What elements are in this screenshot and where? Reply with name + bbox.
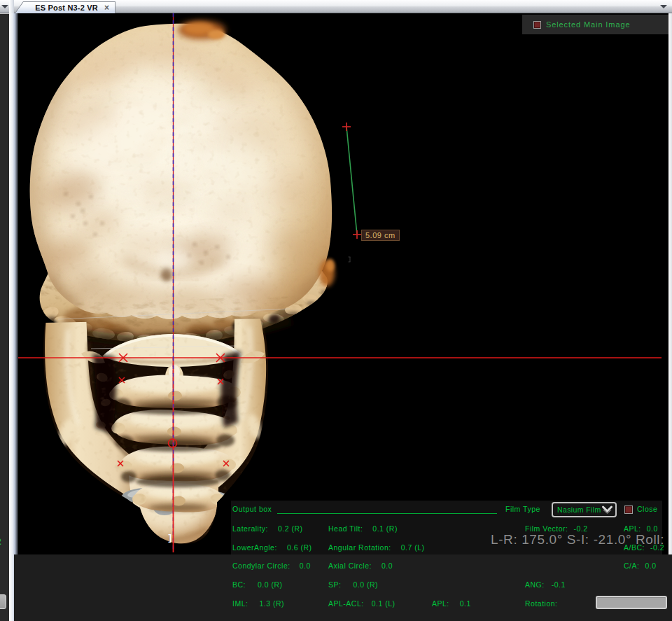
field-condylar-circle: Condylar Circle:0.0 xyxy=(232,561,311,570)
rotation-input[interactable] xyxy=(596,596,667,609)
field-apl-acl-value: 0.1 (L) xyxy=(372,599,396,608)
field-iml-value: 1.3 (R) xyxy=(259,599,284,608)
field-laterality: Laterality:0.2 (R) xyxy=(232,524,303,533)
close-label: Close xyxy=(637,505,657,513)
selected-main-image-checkbox[interactable] xyxy=(533,21,541,29)
field-axial-circle: Axial Circle:0.0 xyxy=(328,561,393,570)
field-angular-rotation: Angular Rotation:0.7 (L) xyxy=(328,543,425,552)
sidebar-mini-button[interactable] xyxy=(0,594,6,609)
app-window: { "tab_bar": { "tab_label": "ES Post N3-… xyxy=(0,0,672,621)
selected-main-image-label: Selected Main Image xyxy=(546,20,630,29)
tab-label: ES Post N3-2 VR xyxy=(35,4,98,12)
tab-close-icon[interactable]: × xyxy=(104,3,109,13)
tab-list-dropdown-icon[interactable] xyxy=(660,5,667,8)
field-ang-value: -0.1 xyxy=(552,580,566,589)
field-axial-circle-value: 0.0 xyxy=(382,561,393,570)
orientation-overlay-text: L-R: 175.0° S-I: -21.0° Roll: xyxy=(491,532,672,547)
field-bc-label: BC: xyxy=(232,580,246,589)
field-laterality-label: Laterality: xyxy=(232,524,268,533)
close-checkbox[interactable] xyxy=(624,505,633,514)
field-apl-acl-label: APL-ACL: xyxy=(328,599,364,608)
field-angular-rotation-label: Angular Rotation: xyxy=(328,543,391,552)
output-box-underline xyxy=(277,513,497,514)
tab-scroll-left-icon[interactable] xyxy=(1,5,8,8)
field-iml: IML:1.3 (R) xyxy=(232,599,284,608)
field-c-a-label: C/A: xyxy=(624,561,639,570)
field-c-a-value: 0.0 xyxy=(645,561,656,570)
output-box-title: Output box xyxy=(232,505,272,513)
field-bc: BC:0.0 (R) xyxy=(232,580,283,589)
film-type-label: Film Type xyxy=(505,505,540,513)
field-sp: SP:0.0 (R) xyxy=(328,580,378,589)
tabstrip-divider xyxy=(9,0,14,13)
field-sp-value: 0.0 (R) xyxy=(353,580,378,589)
field-apl-bottom-label: APL: xyxy=(432,599,449,608)
tab-es-post-n3-2-vr[interactable]: ES Post N3-2 VR × xyxy=(15,1,115,13)
field-c-a: C/A:0.0 xyxy=(624,561,657,570)
selected-main-image-bar: Selected Main Image xyxy=(522,15,668,34)
sidebar-clipped-text: 2 xyxy=(0,537,3,547)
field-apl-acl: APL-ACL:0.1 (L) xyxy=(328,599,396,608)
film-type-select[interactable]: Nasium Film xyxy=(552,502,617,517)
field-bc-value: 0.0 (R) xyxy=(258,580,283,589)
field-ang: ANG:-0.1 xyxy=(525,580,566,589)
field-head-tilt-value: 0.1 (R) xyxy=(372,524,398,533)
tab-inner: ES Post N3-2 VR × xyxy=(15,2,115,13)
field-lower-angle-value: 0.6 (R) xyxy=(287,543,312,552)
field-ang-label: ANG: xyxy=(525,580,545,589)
window-right-border xyxy=(668,13,672,554)
field-iml-label: IML: xyxy=(232,599,248,608)
cursor-bracket-mark: ] xyxy=(167,533,173,543)
field-condylar-circle-label: Condylar Circle: xyxy=(232,561,290,570)
render-viewport[interactable]: Selected Main Image 5.09 cm ] xyxy=(18,13,668,554)
film-type-value: Nasium Film xyxy=(557,505,601,514)
tab-bar: ES Post N3-2 VR × xyxy=(0,0,672,13)
left-sidebar-panel: 2 xyxy=(0,13,9,621)
field-apl-bottom: APL:0.1 xyxy=(432,599,471,608)
field-head-tilt-label: Head Tilt: xyxy=(328,524,363,533)
field-lower-angle-label: LowerAngle: xyxy=(232,543,277,552)
field-rotation-label: Rotation: xyxy=(525,599,558,608)
field-axial-circle-label: Axial Circle: xyxy=(328,561,372,570)
field-head-tilt: Head Tilt:0.1 (R) xyxy=(328,524,398,533)
skull-3d-rendering xyxy=(18,13,668,554)
field-condylar-circle-value: 0.0 xyxy=(300,561,311,570)
measurement-value-label: 5.09 cm xyxy=(361,230,400,241)
field-apl-bottom-value: 0.1 xyxy=(460,599,471,608)
field-sp-label: SP: xyxy=(328,580,341,589)
field-laterality-value: 0.2 (R) xyxy=(278,524,303,533)
chevron-down-icon xyxy=(601,505,613,515)
field-lower-angle: LowerAngle:0.6 (R) xyxy=(232,543,312,552)
field-angular-rotation-value: 0.7 (L) xyxy=(401,543,425,552)
panel-splitter[interactable] xyxy=(9,13,18,621)
